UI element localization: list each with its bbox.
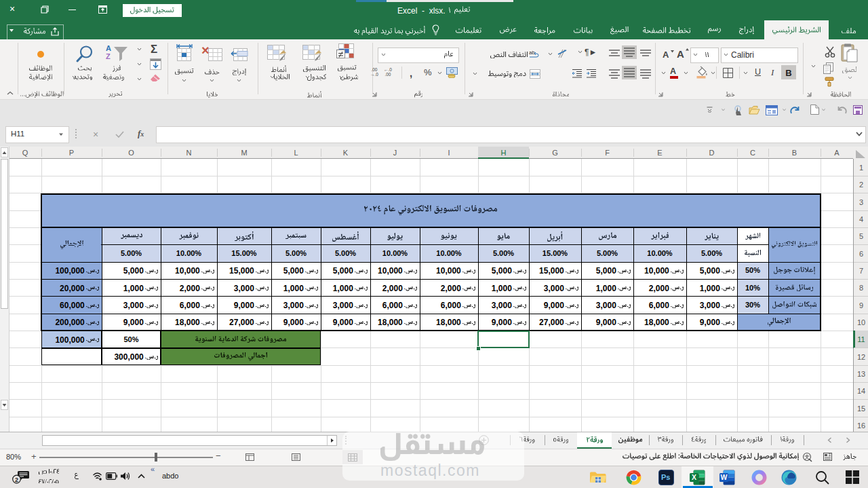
svg-text:W: W <box>721 473 728 481</box>
svg-text:ab: ab <box>529 50 535 56</box>
svg-text:2: 2 <box>15 476 18 483</box>
svg-text:X: X <box>692 473 696 481</box>
